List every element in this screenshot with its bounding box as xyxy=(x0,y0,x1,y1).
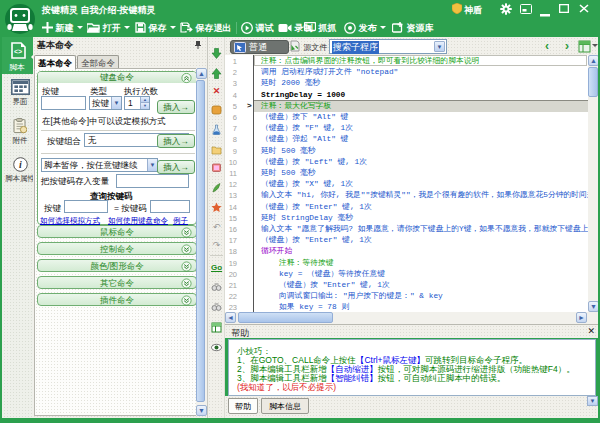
svg-text:i: i xyxy=(19,159,22,170)
svg-text:<>: <> xyxy=(14,48,22,55)
